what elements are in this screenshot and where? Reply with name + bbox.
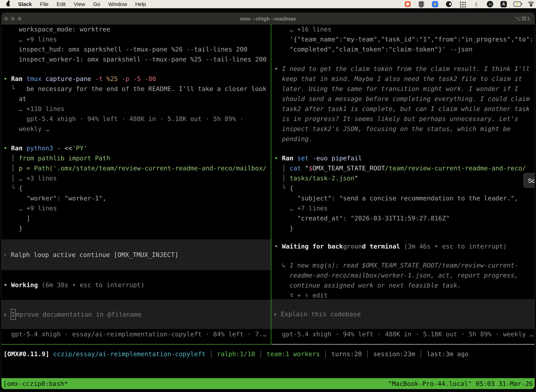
- pane-border-bottom-right: [271, 344, 535, 345]
- terminal-line: gpt-5.4 xhigh · 94% left · 488K in · 5.1…: [274, 329, 534, 339]
- text-segment: [274, 75, 282, 82]
- terminal-line: • Ran tmux capture-pane -t %25 -p -S -80: [4, 74, 267, 84]
- left-prompt-input[interactable]: › Improve documentation in @filename: [1, 300, 271, 329]
- squiggle-icon[interactable]: §: [472, 0, 480, 8]
- text-segment: groun: [343, 243, 362, 250]
- text-segment: … +3 lines: [19, 175, 57, 182]
- mailbox-notice-block: ↳ 1 new msg(s): read $OMX_TEAM_STATE_ROO…: [274, 260, 518, 300]
- text-segment: •: [4, 75, 11, 82]
- text-segment: ": [305, 165, 309, 172]
- menu-item-edit[interactable]: Edit: [53, 1, 70, 7]
- window-shortcut-badge: ⌥⌘1: [515, 13, 530, 25]
- text-segment: └: [274, 185, 290, 192]
- menu-bar-left: Slack File Edit View Go Window Help: [0, 1, 150, 7]
- prompt-placeholder: mprove documentation in @filename: [16, 311, 142, 318]
- text-segment: be necessary for the end of the README. …: [26, 85, 266, 92]
- terminal-line: … +9 lines: [4, 203, 267, 213]
- text-segment: [274, 85, 282, 92]
- terminal-line: • Ran set -euo pipefail: [274, 153, 526, 163]
- window-title-bar[interactable]: omx --xhigh --madmax ⌥⌘1: [1, 13, 535, 25]
- text-segment: ]: [4, 215, 30, 222]
- text-segment: └: [4, 185, 19, 192]
- text-segment: is in progress? It seems likely but perh…: [282, 115, 518, 122]
- text-segment: session:23m: [373, 350, 415, 358]
- text-segment: continue assigned work or next feasible …: [290, 282, 461, 289]
- text-segment: gpt-5.4 xhigh · 94% left · 488K in · 5.1…: [4, 115, 244, 122]
- text-segment: └: [4, 85, 26, 92]
- tmux-status-bar: [omx-cczip0:bash* "MacBook-Pro-44.local"…: [1, 378, 535, 389]
- text-segment: •: [4, 281, 11, 289]
- terminal-line: }: [274, 223, 526, 233]
- chat-app-icon[interactable]: [404, 0, 412, 8]
- prompt-placeholder: Explain this codebase: [281, 311, 361, 318]
- menu-app-name[interactable]: Slack: [14, 1, 36, 7]
- terminal-line: keep that in mind. Maybe I also need the…: [274, 74, 530, 84]
- text-segment: │: [274, 165, 290, 172]
- text-segment: %25: [106, 75, 122, 82]
- text-segment: … +7 lines: [274, 205, 328, 212]
- text-segment: python3: [26, 145, 57, 152]
- text-segment: '{"team_name":"my-team","task_id":"1","f…: [274, 36, 534, 43]
- tmux-session-label: [omx-cczip0:bash*: [3, 380, 68, 387]
- text-segment: ⌥ + ↑ edit: [274, 292, 328, 299]
- text-segment: … +9 lines: [4, 205, 57, 212]
- text-segment: weekly …: [4, 125, 49, 132]
- menu-item-window[interactable]: Window: [104, 1, 131, 7]
- text-segment: [OMX#0.11.9]: [4, 350, 49, 358]
- prompt-arrow: ›: [273, 311, 281, 318]
- right-pane-json-output: … +16 lines '{"team_name":"my-team","tas…: [274, 24, 534, 54]
- text-segment: workspace_mode: worktree: [4, 26, 110, 33]
- moon-icon[interactable]: [445, 0, 453, 8]
- text-segment: [274, 135, 282, 142]
- text-segment: •: [274, 154, 282, 162]
- menu-item-go[interactable]: Go: [89, 1, 104, 7]
- right-prompt-content: › Explain this codebase: [271, 309, 361, 319]
- terminal-line: "created_at": "2026-03-31T11:59:27.816Z": [274, 213, 526, 223]
- shield-bolt-icon[interactable]: ⚡: [431, 0, 439, 8]
- terminal-line: inspect_hud: omx sparkshell --tmux-pane …: [4, 44, 267, 54]
- text-segment: /team/review-current-readme-and-reco/: [385, 165, 526, 172]
- text-segment: Ran: [11, 75, 26, 82]
- right-pane-ran-cat-block: • Ran set -euo pipefail │ cat "$OMX_TEAM…: [274, 153, 526, 233]
- input-source-icon[interactable]: A: [500, 0, 507, 8]
- text-segment: "created_at": "2026-03-31T11:59:27.816Z": [274, 215, 450, 222]
- text-segment: ↳: [274, 262, 290, 269]
- menu-item-view[interactable]: View: [70, 1, 89, 7]
- text-segment: inspect_worker-1: omx sparkshell --tmux-…: [4, 56, 267, 63]
- menu-item-help[interactable]: Help: [131, 1, 150, 7]
- terminal-line: … +16 lines: [274, 24, 534, 34]
- menu-item-file[interactable]: File: [36, 1, 53, 7]
- text-segment: {: [290, 185, 293, 192]
- wifi-icon[interactable]: [527, 0, 535, 8]
- omx-hud-status-line: [OMX#0.11.9] cczip/essay/ai-reimplementa…: [4, 349, 469, 359]
- keypad-icon[interactable]: [417, 0, 425, 8]
- terminal-line: … +9 lines: [4, 34, 267, 44]
- text-segment: p = Path('.omx/state/team/review-current…: [19, 165, 267, 172]
- terminal-line: '{"team_name":"my-team","task_id":"1","f…: [274, 34, 534, 44]
- terminal-line: ⌥ + ↑ edit: [274, 290, 518, 300]
- text-segment: … +16 lines: [274, 26, 331, 33]
- terminal-line: │ … +3 lines: [4, 173, 267, 183]
- text-segment: (3m 46s • esc to interrupt): [404, 243, 507, 250]
- dots-grid-icon[interactable]: [459, 0, 466, 8]
- right-pane-thinking-block: • I need to get the claim token from the…: [274, 64, 530, 144]
- text-segment: │: [255, 350, 267, 358]
- text-cursor: I: [11, 309, 16, 320]
- window-title: omx --xhigh --madmax: [1, 13, 535, 25]
- waiting-status-line: • Waiting for background terminal (3m 46…: [274, 241, 507, 251]
- apple-menu-icon[interactable]: [6, 2, 10, 6]
- battery-icon[interactable]: ⚡: [513, 0, 521, 8]
- terminal-line: │ cat "$OMX_TEAM_STATE_ROOT/team/review-…: [274, 163, 526, 173]
- right-prompt-input[interactable]: › Explain this codebase: [271, 299, 535, 329]
- text-segment: Ran: [11, 145, 26, 152]
- text-segment: [274, 115, 282, 122]
- terminal-line: should send a message before completing …: [274, 94, 530, 104]
- text-segment: inspect_hud: omx sparkshell --tmux-pane …: [4, 46, 247, 53]
- terminal-line: • I need to get the claim token from the…: [274, 64, 530, 74]
- text-segment: last:3m ago: [427, 350, 469, 358]
- text-segment: •: [274, 243, 282, 250]
- text-segment: -euo pipefail: [312, 154, 362, 162]
- pane-divider[interactable]: [271, 24, 271, 344]
- text-segment: [274, 95, 282, 103]
- badge-61-icon[interactable]: ..61: [486, 0, 494, 8]
